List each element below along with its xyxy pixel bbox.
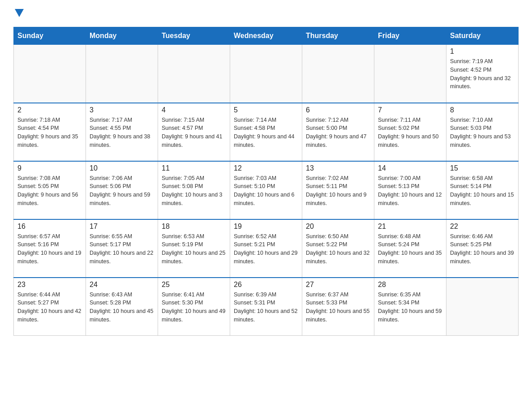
column-header-wednesday: Wednesday bbox=[230, 27, 302, 45]
day-number: 19 bbox=[234, 223, 298, 231]
calendar-cell: 7Sunrise: 7:11 AM Sunset: 5:02 PM Daylig… bbox=[374, 103, 446, 161]
day-number: 2 bbox=[17, 106, 82, 114]
day-number: 8 bbox=[450, 106, 515, 114]
day-number: 5 bbox=[234, 106, 298, 114]
calendar-week-row: 2Sunrise: 7:18 AM Sunset: 4:54 PM Daylig… bbox=[14, 103, 519, 161]
day-info: Sunrise: 6:46 AM Sunset: 5:25 PM Dayligh… bbox=[450, 232, 515, 266]
day-number: 17 bbox=[90, 223, 154, 231]
calendar-cell: 17Sunrise: 6:55 AM Sunset: 5:17 PM Dayli… bbox=[86, 219, 158, 278]
day-number: 7 bbox=[378, 106, 442, 114]
day-info: Sunrise: 7:05 AM Sunset: 5:08 PM Dayligh… bbox=[162, 174, 226, 208]
logo-triangle-icon bbox=[15, 9, 24, 17]
calendar-cell: 18Sunrise: 6:53 AM Sunset: 5:19 PM Dayli… bbox=[158, 219, 230, 278]
day-number: 24 bbox=[90, 281, 154, 289]
day-number: 20 bbox=[306, 223, 370, 231]
day-info: Sunrise: 7:14 AM Sunset: 4:58 PM Dayligh… bbox=[234, 116, 298, 150]
day-info: Sunrise: 7:06 AM Sunset: 5:06 PM Dayligh… bbox=[90, 174, 154, 208]
day-info: Sunrise: 7:18 AM Sunset: 4:54 PM Dayligh… bbox=[17, 116, 82, 150]
day-number: 27 bbox=[306, 281, 370, 289]
calendar-cell: 9Sunrise: 7:08 AM Sunset: 5:05 PM Daylig… bbox=[14, 161, 86, 219]
calendar-cell: 27Sunrise: 6:37 AM Sunset: 5:33 PM Dayli… bbox=[302, 278, 374, 336]
calendar-cell bbox=[446, 278, 519, 336]
column-header-saturday: Saturday bbox=[446, 27, 519, 45]
day-number: 18 bbox=[162, 223, 226, 231]
day-number: 3 bbox=[90, 106, 154, 114]
calendar-cell bbox=[230, 45, 302, 103]
day-number: 6 bbox=[306, 106, 370, 114]
calendar-week-row: 9Sunrise: 7:08 AM Sunset: 5:05 PM Daylig… bbox=[14, 161, 519, 219]
day-info: Sunrise: 6:37 AM Sunset: 5:33 PM Dayligh… bbox=[306, 291, 370, 324]
day-info: Sunrise: 7:10 AM Sunset: 5:03 PM Dayligh… bbox=[450, 116, 515, 150]
calendar-week-row: 16Sunrise: 6:57 AM Sunset: 5:16 PM Dayli… bbox=[14, 219, 519, 278]
column-header-tuesday: Tuesday bbox=[158, 27, 230, 45]
day-info: Sunrise: 7:19 AM Sunset: 4:52 PM Dayligh… bbox=[450, 57, 515, 91]
calendar-header-row: SundayMondayTuesdayWednesdayThursdayFrid… bbox=[14, 27, 519, 45]
day-info: Sunrise: 7:00 AM Sunset: 5:13 PM Dayligh… bbox=[378, 174, 442, 208]
day-number: 23 bbox=[17, 281, 82, 289]
calendar-week-row: 1Sunrise: 7:19 AM Sunset: 4:52 PM Daylig… bbox=[14, 45, 519, 103]
day-number: 10 bbox=[90, 164, 154, 172]
day-info: Sunrise: 6:50 AM Sunset: 5:22 PM Dayligh… bbox=[306, 232, 370, 266]
day-number: 12 bbox=[234, 164, 298, 172]
calendar-cell: 21Sunrise: 6:48 AM Sunset: 5:24 PM Dayli… bbox=[374, 219, 446, 278]
day-info: Sunrise: 7:12 AM Sunset: 5:00 PM Dayligh… bbox=[306, 116, 370, 150]
logo-blue-text bbox=[13, 9, 24, 18]
day-info: Sunrise: 7:17 AM Sunset: 4:55 PM Dayligh… bbox=[90, 116, 154, 150]
day-number: 13 bbox=[306, 164, 370, 172]
day-info: Sunrise: 7:08 AM Sunset: 5:05 PM Dayligh… bbox=[17, 174, 82, 208]
calendar-cell: 23Sunrise: 6:44 AM Sunset: 5:27 PM Dayli… bbox=[14, 278, 86, 336]
calendar-cell bbox=[14, 45, 86, 103]
logo bbox=[13, 9, 24, 18]
day-number: 22 bbox=[450, 223, 515, 231]
day-number: 4 bbox=[162, 106, 226, 114]
calendar-cell: 16Sunrise: 6:57 AM Sunset: 5:16 PM Dayli… bbox=[14, 219, 86, 278]
day-number: 26 bbox=[234, 281, 298, 289]
calendar-cell: 6Sunrise: 7:12 AM Sunset: 5:00 PM Daylig… bbox=[302, 103, 374, 161]
calendar-cell: 28Sunrise: 6:35 AM Sunset: 5:34 PM Dayli… bbox=[374, 278, 446, 336]
calendar-cell: 12Sunrise: 7:03 AM Sunset: 5:10 PM Dayli… bbox=[230, 161, 302, 219]
calendar-week-row: 23Sunrise: 6:44 AM Sunset: 5:27 PM Dayli… bbox=[14, 278, 519, 336]
day-info: Sunrise: 7:11 AM Sunset: 5:02 PM Dayligh… bbox=[378, 116, 442, 150]
day-number: 9 bbox=[17, 164, 82, 172]
calendar-cell: 15Sunrise: 6:58 AM Sunset: 5:14 PM Dayli… bbox=[446, 161, 519, 219]
calendar-cell bbox=[86, 45, 158, 103]
calendar-cell: 8Sunrise: 7:10 AM Sunset: 5:03 PM Daylig… bbox=[446, 103, 519, 161]
day-info: Sunrise: 6:43 AM Sunset: 5:28 PM Dayligh… bbox=[90, 291, 154, 324]
column-header-friday: Friday bbox=[374, 27, 446, 45]
day-number: 15 bbox=[450, 164, 515, 172]
day-info: Sunrise: 6:53 AM Sunset: 5:19 PM Dayligh… bbox=[162, 232, 226, 266]
calendar-cell: 1Sunrise: 7:19 AM Sunset: 4:52 PM Daylig… bbox=[446, 45, 519, 103]
day-info: Sunrise: 6:41 AM Sunset: 5:30 PM Dayligh… bbox=[162, 291, 226, 324]
calendar-cell: 11Sunrise: 7:05 AM Sunset: 5:08 PM Dayli… bbox=[158, 161, 230, 219]
calendar-cell: 3Sunrise: 7:17 AM Sunset: 4:55 PM Daylig… bbox=[86, 103, 158, 161]
day-number: 14 bbox=[378, 164, 442, 172]
day-info: Sunrise: 6:55 AM Sunset: 5:17 PM Dayligh… bbox=[90, 232, 154, 266]
column-header-sunday: Sunday bbox=[14, 27, 86, 45]
calendar-cell: 19Sunrise: 6:52 AM Sunset: 5:21 PM Dayli… bbox=[230, 219, 302, 278]
day-info: Sunrise: 6:48 AM Sunset: 5:24 PM Dayligh… bbox=[378, 232, 442, 266]
day-info: Sunrise: 6:52 AM Sunset: 5:21 PM Dayligh… bbox=[234, 232, 298, 266]
page-header bbox=[13, 9, 519, 18]
day-number: 28 bbox=[378, 281, 442, 289]
day-number: 25 bbox=[162, 281, 226, 289]
day-info: Sunrise: 7:15 AM Sunset: 4:57 PM Dayligh… bbox=[162, 116, 226, 150]
day-info: Sunrise: 7:02 AM Sunset: 5:11 PM Dayligh… bbox=[306, 174, 370, 208]
calendar-table: SundayMondayTuesdayWednesdayThursdayFrid… bbox=[13, 27, 519, 336]
calendar-cell: 10Sunrise: 7:06 AM Sunset: 5:06 PM Dayli… bbox=[86, 161, 158, 219]
calendar-cell: 20Sunrise: 6:50 AM Sunset: 5:22 PM Dayli… bbox=[302, 219, 374, 278]
calendar-cell: 24Sunrise: 6:43 AM Sunset: 5:28 PM Dayli… bbox=[86, 278, 158, 336]
day-info: Sunrise: 6:39 AM Sunset: 5:31 PM Dayligh… bbox=[234, 291, 298, 324]
day-number: 21 bbox=[378, 223, 442, 231]
day-number: 11 bbox=[162, 164, 226, 172]
calendar-cell: 25Sunrise: 6:41 AM Sunset: 5:30 PM Dayli… bbox=[158, 278, 230, 336]
calendar-cell: 4Sunrise: 7:15 AM Sunset: 4:57 PM Daylig… bbox=[158, 103, 230, 161]
calendar-cell bbox=[374, 45, 446, 103]
calendar-cell: 2Sunrise: 7:18 AM Sunset: 4:54 PM Daylig… bbox=[14, 103, 86, 161]
day-info: Sunrise: 6:57 AM Sunset: 5:16 PM Dayligh… bbox=[17, 232, 82, 266]
day-info: Sunrise: 6:44 AM Sunset: 5:27 PM Dayligh… bbox=[17, 291, 82, 324]
calendar-cell bbox=[302, 45, 374, 103]
day-number: 1 bbox=[450, 47, 515, 56]
day-info: Sunrise: 6:58 AM Sunset: 5:14 PM Dayligh… bbox=[450, 174, 515, 208]
column-header-thursday: Thursday bbox=[302, 27, 374, 45]
day-info: Sunrise: 6:35 AM Sunset: 5:34 PM Dayligh… bbox=[378, 291, 442, 324]
